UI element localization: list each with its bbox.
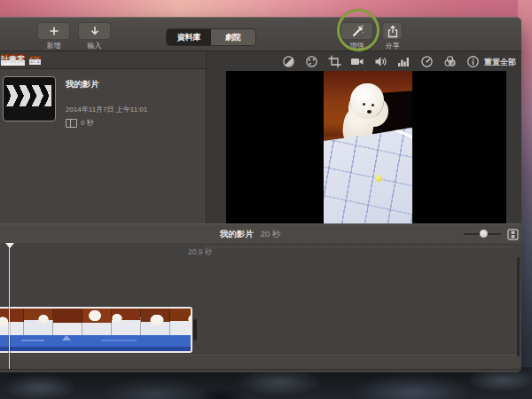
stabilization-icon[interactable] <box>350 54 364 68</box>
projects-sidebar: 計畫案 1/1 我的影片 2014年11月7日 上午11:01 <box>0 51 206 223</box>
tennis-ball <box>375 175 382 182</box>
timeline-title: 我的影片 20 秒 <box>220 229 280 240</box>
dog-head <box>350 83 384 119</box>
timeline-settings-button[interactable] <box>507 228 519 239</box>
playhead-marker[interactable] <box>5 243 14 248</box>
film-frame-icon <box>66 119 77 128</box>
timeline-ruler <box>204 246 514 247</box>
project-title: 我的影片 <box>66 79 147 90</box>
tab-theater[interactable]: 劇院 <box>211 29 255 45</box>
view-tabs: 資料庫 劇院 <box>167 29 255 45</box>
zoom-slider-thumb[interactable] <box>480 230 488 238</box>
video-frame <box>324 71 412 223</box>
main-toolbar: 新增 輸入 資料庫 劇院 增強 <box>0 18 521 51</box>
viewer-pane: 重置全部 <box>206 51 521 223</box>
timeline[interactable]: 20.9 秒 <box>0 243 521 372</box>
project-thumbnail[interactable] <box>3 76 56 121</box>
empty-audio-track <box>0 355 521 370</box>
info-icon[interactable] <box>466 54 480 68</box>
new-button[interactable] <box>37 22 70 40</box>
timeline-scrollbar[interactable] <box>517 257 520 356</box>
speed-icon[interactable] <box>419 54 434 68</box>
arrow-down-icon <box>89 25 101 37</box>
adjust-toolbar: 重置全部 <box>207 51 521 71</box>
noise-reduction-icon[interactable] <box>396 54 411 68</box>
project-duration: 0 秒 <box>66 118 147 128</box>
clip-trim-handle[interactable] <box>193 319 197 340</box>
color-balance-icon[interactable] <box>281 54 295 68</box>
audio-waveform <box>0 335 191 351</box>
annotation-circle <box>337 9 379 51</box>
main-area: 計畫案 1/1 我的影片 2014年11月7日 上午11:01 <box>0 51 521 223</box>
projects-header-count: 1/1 <box>29 56 41 65</box>
adjust-tools <box>281 54 480 68</box>
share-button[interactable] <box>382 22 403 40</box>
timeline-zoom-slider[interactable] <box>464 233 501 235</box>
desktop: 新增 輸入 資料庫 劇院 增強 <box>0 0 532 399</box>
volume-icon[interactable] <box>373 54 387 68</box>
viewer-screen[interactable] <box>226 71 506 223</box>
timeline-project-name: 我的影片 <box>220 229 254 239</box>
settings-icon <box>507 229 519 240</box>
effects-icon[interactable] <box>442 54 457 68</box>
color-correction-icon[interactable] <box>304 54 318 68</box>
projects-header-label: 計畫案 <box>1 54 25 66</box>
reset-all-button[interactable]: 重置全部 <box>484 57 516 68</box>
playhead[interactable] <box>9 244 10 369</box>
plus-icon <box>48 25 60 37</box>
timeline-clip[interactable] <box>0 307 192 353</box>
timeline-duration: 20 秒 <box>261 229 281 239</box>
share-icon <box>387 25 399 38</box>
clapper-icon <box>5 85 51 106</box>
import-button-label: 輸入 <box>78 41 111 51</box>
projects-header: 計畫案 1/1 <box>0 51 206 69</box>
timeline-header: 我的影片 20 秒 <box>0 223 521 244</box>
crop-icon[interactable] <box>327 54 341 68</box>
project-date: 2014年11月7日 上午11:01 <box>66 105 147 114</box>
project-duration-text: 0 秒 <box>81 118 94 128</box>
tab-library[interactable]: 資料庫 <box>167 29 211 45</box>
clip-filmstrip <box>0 309 191 335</box>
ruler-end-label: 20.9 秒 <box>188 247 212 258</box>
import-button[interactable] <box>78 22 111 40</box>
project-meta: 我的影片 2014年11月7日 上午11:01 0 秒 <box>66 76 147 128</box>
project-list-item[interactable]: 我的影片 2014年11月7日 上午11:01 0 秒 <box>3 76 147 128</box>
new-button-label: 新增 <box>37 41 70 51</box>
imovie-window: 新增 輸入 資料庫 劇院 增強 <box>0 17 521 372</box>
share-button-label: 分享 <box>376 41 409 51</box>
